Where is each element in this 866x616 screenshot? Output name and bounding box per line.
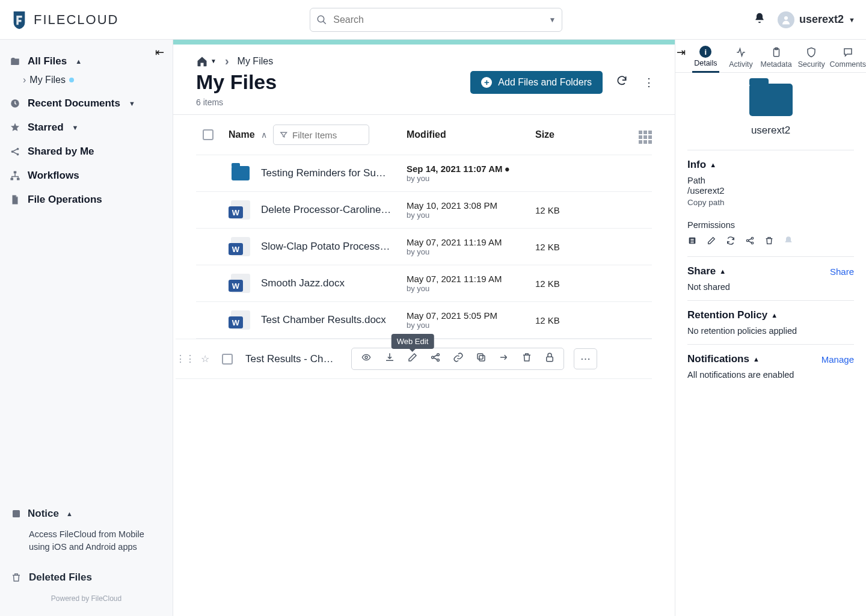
drag-handle-icon[interactable]: ⋮⋮ <box>176 353 195 365</box>
search-input[interactable] <box>327 14 548 25</box>
preview-button[interactable] <box>360 353 372 365</box>
lock-button[interactable] <box>544 352 555 366</box>
manage-action[interactable]: Manage <box>821 354 854 365</box>
perm-edit-icon <box>707 236 716 248</box>
copy-button[interactable] <box>476 352 487 366</box>
breadcrumb-current[interactable]: My Files <box>238 56 274 67</box>
brand-logo[interactable]: FILECLOUD <box>11 10 118 30</box>
caret-down-icon: ▼ <box>72 124 79 131</box>
bell-icon[interactable] <box>754 12 766 27</box>
file-name[interactable]: Smooth Jazz.docx <box>261 277 398 289</box>
tab-activity[interactable]: Activity <box>724 43 758 72</box>
tab-comments[interactable]: Comments <box>830 43 866 72</box>
copy-path[interactable]: Copy path <box>687 198 854 207</box>
caret-up-icon[interactable]: ▲ <box>753 356 760 363</box>
plus-icon: + <box>481 77 492 88</box>
table-row[interactable]: WDelete Processor-Caroline…May 10, 2021 … <box>196 191 652 228</box>
perm-bell-icon <box>784 236 793 248</box>
search-dropdown-caret[interactable]: ▼ <box>548 16 556 24</box>
comment-icon <box>842 46 854 59</box>
nav-starred[interactable]: Starred ▼ <box>6 116 167 140</box>
shield-icon <box>806 46 817 59</box>
file-name[interactable]: Test Chamber Results.docx <box>261 314 398 326</box>
more-button[interactable]: ⋮ <box>641 73 657 91</box>
delete-button[interactable] <box>521 352 532 366</box>
item-count: 6 items <box>173 97 675 107</box>
filter-input[interactable] <box>292 130 363 140</box>
notice-body: Access FileCloud from Mobile using iOS a… <box>8 525 164 565</box>
file-table: Name ∧ Modified Size Testing Reminders f… <box>173 114 675 379</box>
trash-icon <box>11 572 22 583</box>
file-size: 12 KB <box>535 242 607 252</box>
web-edit-button[interactable]: Web Edit <box>407 352 418 366</box>
file-name[interactable]: Delete Processor-Caroline… <box>261 204 398 216</box>
col-size[interactable]: Size <box>535 129 607 140</box>
expand-panel-button[interactable]: ⇥ <box>674 45 688 60</box>
select-all-checkbox[interactable] <box>203 129 213 140</box>
add-files-button[interactable]: + Add Files and Folders <box>470 71 603 94</box>
nav-workflows[interactable]: Workflows <box>6 164 167 188</box>
svg-rect-8 <box>11 178 14 180</box>
svg-point-0 <box>318 16 325 22</box>
file-name[interactable]: Slow-Clap Potato Process… <box>261 241 398 253</box>
nav-file-operations[interactable]: File Operations <box>6 188 167 212</box>
filecloud-shield-icon <box>11 10 28 30</box>
table-header: Name ∧ Modified Size <box>196 115 652 155</box>
word-doc-icon: W <box>231 237 250 256</box>
table-row[interactable]: WTest Chamber Results.docxMay 07, 2021 5… <box>196 301 652 339</box>
grid-view-toggle[interactable] <box>616 126 652 144</box>
file-name[interactable]: Testing Reminders for Su… <box>261 167 398 179</box>
perm-sync-icon <box>726 236 735 248</box>
collapse-sidebar-button[interactable]: ⇤ <box>152 45 168 60</box>
share-action[interactable]: Share <box>830 266 854 277</box>
file-size: 12 KB <box>535 279 607 289</box>
breadcrumb-home[interactable]: ▼ <box>196 55 216 67</box>
nav-my-files[interactable]: › My Files <box>6 75 167 85</box>
tab-details[interactable]: iDetails <box>689 43 723 72</box>
clipboard-icon <box>771 46 782 59</box>
section-info: Info▲ Path /userext2 Copy path Permissio… <box>687 150 854 256</box>
breadcrumb: ▼ › My Files <box>173 45 675 69</box>
tab-security[interactable]: Security <box>794 43 829 72</box>
link-button[interactable] <box>453 352 464 366</box>
sidebar: ⇤ All Files ▲ › My Files Recent Document… <box>0 40 173 616</box>
search-box[interactable]: ▼ <box>310 8 562 32</box>
sitemap-icon <box>10 170 20 181</box>
table-row[interactable]: Testing Reminders for Su…Sep 14, 2021 11… <box>196 155 652 191</box>
grid-icon <box>639 131 652 144</box>
nav-shared[interactable]: Shared by Me <box>6 140 167 164</box>
refresh-button[interactable] <box>613 72 630 92</box>
home-icon <box>196 55 208 67</box>
nav-recent[interactable]: Recent Documents ▼ <box>6 91 167 116</box>
caret-up-icon[interactable]: ▲ <box>710 161 716 168</box>
table-row[interactable]: WSlow-Clap Potato Process…May 07, 2021 1… <box>196 228 652 265</box>
col-modified[interactable]: Modified <box>407 129 527 140</box>
svg-rect-10 <box>13 510 20 517</box>
tab-metadata[interactable]: Metadata <box>759 43 793 72</box>
row-checkbox[interactable] <box>222 354 233 365</box>
download-button[interactable] <box>384 352 395 366</box>
table-row-hovered[interactable]: ⋮⋮ ☆ Test Results - Chel… Web Edit <box>176 339 652 379</box>
powered-by: Powered by FileCloud <box>8 590 164 608</box>
nav-all-files[interactable]: All Files ▲ <box>6 49 167 73</box>
share-button[interactable] <box>430 352 441 366</box>
caret-up-icon[interactable]: ▲ <box>771 312 778 319</box>
username: userext2 <box>799 13 844 26</box>
user-menu[interactable]: userext2 ▼ <box>778 11 855 28</box>
nav-deleted[interactable]: Deleted Files <box>8 565 164 590</box>
sort-asc-icon[interactable]: ∧ <box>261 130 267 140</box>
word-doc-icon: W <box>231 274 250 293</box>
file-name[interactable]: Test Results - Chel… <box>245 353 342 365</box>
nav-notice[interactable]: Notice ▲ <box>8 503 164 525</box>
filter-box[interactable] <box>273 125 369 145</box>
row-more-button[interactable]: ⋯ <box>574 348 597 369</box>
move-button[interactable] <box>499 352 509 366</box>
table-row[interactable]: WSmooth Jazz.docxMay 07, 2021 11:19 AMby… <box>196 265 652 301</box>
star-outline-icon[interactable]: ☆ <box>201 353 209 365</box>
star-icon <box>10 122 20 133</box>
search-icon <box>316 14 327 25</box>
col-name[interactable]: Name <box>229 129 255 140</box>
caret-up-icon[interactable]: ▲ <box>719 268 726 275</box>
path-label: Path <box>687 176 854 185</box>
section-share: Share▲Share Not shared <box>687 256 854 300</box>
